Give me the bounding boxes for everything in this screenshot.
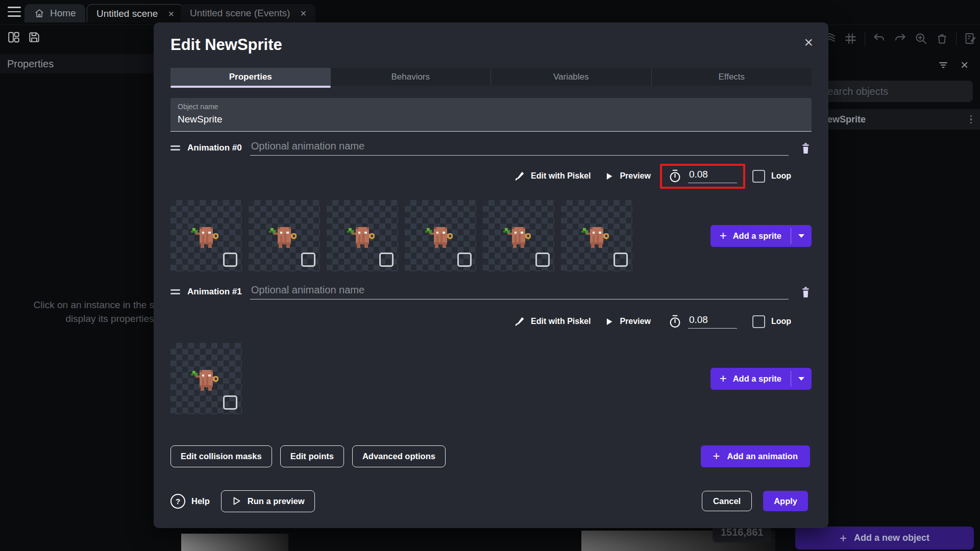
main-menu-icon[interactable] — [8, 7, 21, 17]
sprite-frame-thumbnail[interactable] — [405, 200, 476, 271]
loop-checkbox[interactable] — [752, 170, 765, 183]
time-between-frames-input[interactable] — [688, 169, 737, 183]
animation-name-input[interactable] — [250, 284, 789, 299]
loop-label: Loop — [771, 171, 791, 181]
preview-button[interactable]: Preview — [605, 317, 650, 326]
pig-sprite-image — [579, 218, 614, 253]
home-icon — [34, 8, 45, 19]
close-tab-icon[interactable]: × — [300, 8, 306, 18]
redo-icon[interactable] — [893, 32, 907, 45]
add-animation-button[interactable]: + Add an animation — [701, 445, 810, 467]
plus-icon: + — [720, 230, 727, 242]
object-name-input[interactable] — [178, 114, 804, 125]
tab-behaviors[interactable]: Behaviors — [331, 68, 491, 86]
help-button[interactable]: ? Help — [170, 494, 210, 509]
add-new-object-button[interactable]: + Add a new object — [795, 527, 974, 549]
apply-button[interactable]: Apply — [763, 491, 808, 511]
loop-checkbox[interactable] — [752, 315, 765, 328]
frame-select-checkbox[interactable] — [223, 395, 237, 410]
dialog-tab-bar: Properties Behaviors Variables Effects — [170, 68, 812, 86]
sprite-frame-thumbnail[interactable] — [170, 343, 242, 414]
sprite-frame-thumbnail[interactable] — [170, 200, 242, 271]
kebab-menu-icon[interactable] — [970, 115, 972, 124]
advanced-options-button[interactable]: Advanced options — [352, 445, 446, 467]
sprite-frame-thumbnail[interactable] — [483, 200, 554, 271]
delete-animation-button[interactable] — [800, 142, 812, 155]
frame-select-checkbox[interactable] — [301, 253, 315, 267]
pig-sprite-image — [501, 218, 536, 253]
tab-home[interactable]: Home — [24, 4, 85, 22]
tab-properties[interactable]: Properties — [170, 68, 331, 86]
sprite-frame-thumbnail[interactable] — [327, 200, 398, 271]
drag-handle-icon[interactable] — [170, 289, 180, 294]
pig-sprite-image — [267, 218, 302, 253]
animation-name-input[interactable] — [250, 140, 789, 156]
play-icon — [605, 172, 614, 181]
frame-select-checkbox[interactable] — [379, 253, 394, 267]
zoom-in-icon[interactable] — [914, 32, 928, 45]
objects-search — [813, 81, 973, 102]
pig-sprite-image — [345, 218, 380, 253]
add-sprite-button[interactable]: + Add a sprite — [710, 225, 812, 247]
properties-panel-title: Properties — [7, 58, 54, 70]
add-sprite-button[interactable]: + Add a sprite — [710, 368, 812, 390]
add-sprite-dropdown[interactable] — [791, 225, 812, 247]
frame-select-checkbox[interactable] — [614, 253, 628, 267]
delete-animation-button[interactable] — [800, 286, 812, 298]
properties-panel-header: Properties — [0, 54, 164, 73]
search-objects-input[interactable] — [813, 81, 980, 102]
preview-button[interactable]: Preview — [605, 171, 650, 181]
objects-panel-header: × — [937, 58, 968, 71]
edit-properties-icon[interactable] — [964, 32, 977, 45]
save-icon[interactable] — [28, 31, 41, 44]
grid-icon[interactable] — [844, 32, 857, 45]
edit-collision-masks-button[interactable]: Edit collision masks — [170, 445, 272, 467]
pig-sprite-image — [189, 218, 224, 253]
edit-with-piskel-button[interactable]: Edit with Piskel — [514, 171, 591, 182]
trash-icon[interactable] — [935, 32, 949, 45]
help-icon: ? — [170, 494, 185, 509]
pig-sprite-image — [189, 361, 224, 396]
scene-toolbar-right — [823, 32, 977, 45]
edit-with-piskel-button[interactable]: Edit with Piskel — [514, 316, 591, 327]
undo-icon[interactable] — [872, 32, 886, 45]
animation-1-controls: Edit with Piskel Preview — [514, 310, 791, 333]
tab-untitled-scene-events[interactable]: Untitled scene (Events) × — [181, 4, 315, 22]
filter-icon[interactable] — [937, 59, 949, 71]
animation-0-header: Animation #0 — [170, 140, 812, 156]
run-preview-button[interactable]: Run a preview — [221, 490, 315, 512]
stopwatch-icon — [668, 169, 682, 184]
add-sprite-dropdown[interactable] — [791, 368, 812, 390]
tab-untitled-scene[interactable]: Untitled scene × — [87, 4, 184, 22]
play-outline-icon — [231, 496, 241, 506]
dialog-secondary-actions: Edit collision masks Edit points Advance… — [170, 445, 810, 467]
scene-canvas-edge — [181, 534, 288, 551]
top-tab-bar: Home Untitled scene × Untitled scene (Ev… — [0, 0, 980, 25]
animation-0-frames: + Add a sprite — [170, 200, 812, 271]
tab-variables[interactable]: Variables — [491, 68, 651, 86]
frame-select-checkbox[interactable] — [457, 253, 472, 267]
frame-select-checkbox[interactable] — [223, 253, 237, 267]
close-tab-icon[interactable]: × — [168, 9, 174, 19]
dialog-close-icon[interactable]: × — [804, 35, 813, 50]
plus-icon: + — [840, 532, 847, 544]
tab-effects[interactable]: Effects — [651, 68, 812, 86]
drag-handle-icon[interactable] — [170, 145, 180, 150]
edit-points-button[interactable]: Edit points — [280, 445, 344, 467]
brush-icon — [514, 171, 525, 182]
close-panel-icon[interactable]: × — [961, 58, 968, 71]
edit-sprite-dialog: Edit NewSprite × Properties Behaviors Va… — [154, 22, 828, 528]
time-between-frames-field — [660, 309, 745, 334]
cancel-button[interactable]: Cancel — [702, 491, 752, 511]
frame-select-checkbox[interactable] — [535, 253, 550, 267]
pig-sprite-image — [423, 218, 458, 253]
panels-layout-icon[interactable] — [7, 31, 20, 44]
brush-icon — [514, 316, 525, 327]
time-between-frames-input[interactable] — [688, 314, 737, 329]
sprite-frame-thumbnail[interactable] — [561, 200, 632, 271]
animation-0-controls: Edit with Piskel Preview — [514, 161, 791, 191]
object-name-label: Object name — [178, 103, 804, 111]
tab-scene-label: Untitled scene — [96, 8, 158, 19]
time-between-frames-field-highlighted — [660, 164, 745, 189]
sprite-frame-thumbnail[interactable] — [249, 200, 320, 271]
